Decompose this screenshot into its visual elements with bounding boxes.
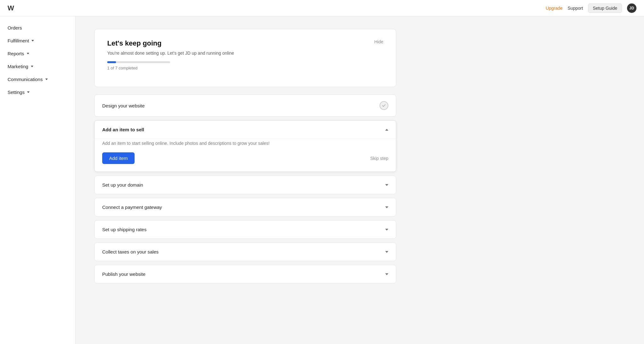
sidebar-item-orders-label: Orders [8, 25, 22, 30]
setup-subtitle: You're almost done setting up. Let's get… [107, 51, 383, 56]
sidebar-item-communications[interactable]: Communications [0, 73, 75, 86]
step-design-website-header[interactable]: Design your website [95, 95, 396, 116]
settings-chevron-icon [27, 91, 30, 93]
step-publish-website: Publish your website [94, 265, 396, 283]
step-add-item-header[interactable]: Add an item to sell [95, 121, 396, 139]
sidebar-item-marketing-label: Marketing [8, 64, 28, 69]
step-publish-website-header[interactable]: Publish your website [95, 265, 396, 283]
sidebar-item-reports[interactable]: Reports [0, 47, 75, 60]
support-link[interactable]: Support [568, 6, 583, 11]
sidebar-item-orders[interactable]: Orders [0, 21, 75, 34]
step-payment-gateway-header[interactable]: Connect a payment gateway [95, 198, 396, 216]
setup-header: Let's keep going Hide [107, 39, 383, 47]
avatar[interactable]: JD [627, 3, 636, 13]
step-add-item-actions: Add item Skip step [102, 152, 388, 164]
step-setup-domain: Set up your domain [94, 176, 396, 194]
progress-bar-fill [107, 61, 116, 63]
setup-card: Let's keep going Hide You're almost done… [94, 29, 396, 87]
setup-guide-button[interactable]: Setup Guide [588, 3, 622, 13]
communications-chevron-icon [45, 79, 48, 80]
step-design-website: Design your website [94, 95, 396, 117]
skip-step-button[interactable]: Skip step [370, 156, 388, 161]
step-add-item-chevron-icon [385, 129, 388, 131]
step-design-website-title: Design your website [102, 103, 145, 108]
step-payment-gateway-title: Connect a payment gateway [102, 205, 162, 210]
step-add-item-description: Add an item to start selling online. Inc… [102, 140, 388, 147]
sidebar-item-reports-label: Reports [8, 51, 24, 56]
sidebar-item-settings[interactable]: Settings [0, 86, 75, 99]
reports-chevron-icon [27, 53, 29, 54]
step-payment-gateway-chevron-icon [385, 206, 388, 208]
sidebar: Orders Fulfillment Reports Marketing Com… [0, 16, 75, 344]
add-item-button[interactable]: Add item [102, 152, 135, 164]
steps-container: Design your website Add an item to sell … [94, 95, 396, 283]
step-add-item: Add an item to sell Add an item to start… [94, 120, 396, 172]
step-publish-website-chevron-icon [385, 273, 388, 275]
step-setup-domain-header[interactable]: Set up your domain [95, 176, 396, 194]
step-collect-taxes: Collect taxes on your sales [94, 243, 396, 261]
step-add-item-title: Add an item to sell [102, 127, 144, 132]
layout: Orders Fulfillment Reports Marketing Com… [0, 16, 644, 344]
top-nav-right: Upgrade Support Setup Guide JD [546, 3, 636, 13]
step-publish-website-title: Publish your website [102, 271, 146, 277]
main-content: Let's keep going Hide You're almost done… [75, 16, 644, 344]
step-design-website-check-icon [380, 101, 388, 110]
hide-button[interactable]: Hide [374, 39, 383, 44]
step-collect-taxes-header[interactable]: Collect taxes on your sales [95, 243, 396, 261]
progress-label: 1 of 7 completed [107, 66, 383, 70]
step-shipping-rates-title: Set up shipping rates [102, 227, 147, 232]
step-setup-domain-chevron-icon [385, 184, 388, 186]
step-setup-domain-title: Set up your domain [102, 182, 143, 188]
upgrade-link[interactable]: Upgrade [546, 6, 563, 11]
fulfillment-chevron-icon [31, 40, 34, 41]
setup-title: Let's keep going [107, 39, 162, 47]
sidebar-item-communications-label: Communications [8, 77, 43, 82]
top-nav: W Upgrade Support Setup Guide JD [0, 0, 644, 16]
step-shipping-rates: Set up shipping rates [94, 220, 396, 239]
step-shipping-rates-header[interactable]: Set up shipping rates [95, 221, 396, 238]
step-shipping-rates-chevron-icon [385, 229, 388, 231]
sidebar-item-fulfillment[interactable]: Fulfillment [0, 34, 75, 47]
step-collect-taxes-title: Collect taxes on your sales [102, 249, 158, 254]
sidebar-item-marketing[interactable]: Marketing [0, 60, 75, 73]
sidebar-item-settings-label: Settings [8, 90, 25, 95]
step-payment-gateway: Connect a payment gateway [94, 198, 396, 216]
sidebar-item-fulfillment-label: Fulfillment [8, 38, 29, 43]
step-add-item-expanded: Add an item to start selling online. Inc… [95, 139, 396, 172]
logo: W [8, 4, 14, 12]
step-collect-taxes-chevron-icon [385, 251, 388, 253]
progress-bar [107, 61, 170, 63]
marketing-chevron-icon [31, 66, 33, 67]
